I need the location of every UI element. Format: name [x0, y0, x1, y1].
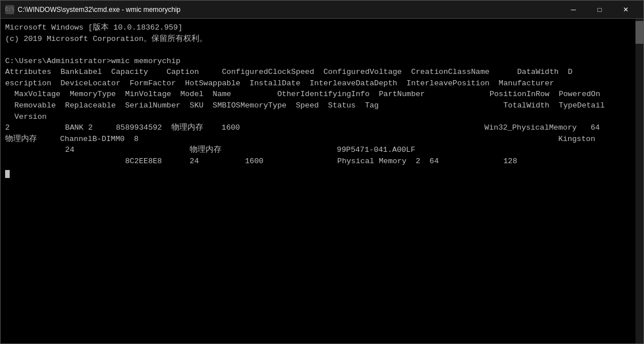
close-button[interactable]: ✕ — [613, 1, 639, 19]
title-bar: C:\ C:\WINDOWS\system32\cmd.exe - wmic m… — [1, 1, 643, 19]
title-bar-text: C:\WINDOWS\system32\cmd.exe - wmic memor… — [18, 6, 560, 14]
minimize-button[interactable]: ─ — [560, 1, 586, 19]
scrollbar-thumb[interactable] — [635, 21, 643, 44]
scrollbar[interactable] — [635, 19, 643, 343]
cursor — [5, 170, 10, 178]
console-output: Microsoft Windows [版本 10.0.18362.959] (c… — [5, 22, 639, 178]
maximize-button[interactable]: □ — [586, 1, 613, 19]
console-body[interactable]: Microsoft Windows [版本 10.0.18362.959] (c… — [1, 19, 643, 343]
window-icon: C:\ — [5, 5, 14, 14]
title-bar-controls: ─ □ ✕ — [560, 1, 639, 19]
cmd-window: C:\ C:\WINDOWS\system32\cmd.exe - wmic m… — [0, 0, 644, 344]
